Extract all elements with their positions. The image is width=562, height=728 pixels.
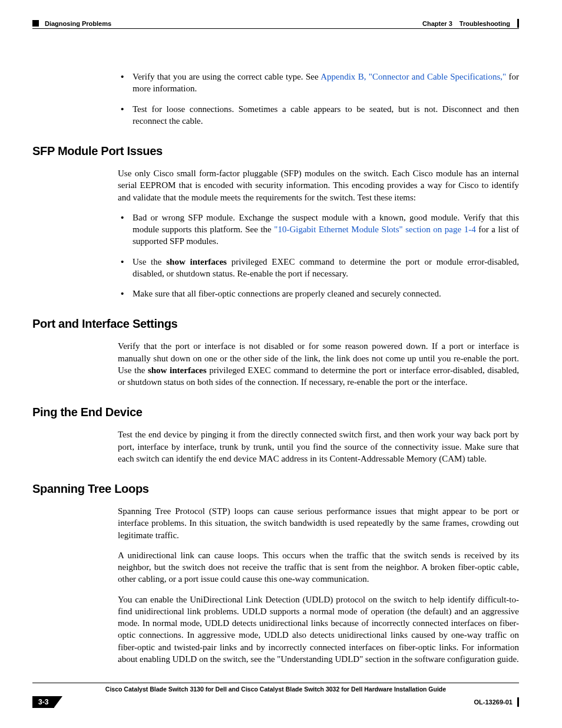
header-bar-icon bbox=[517, 19, 519, 28]
list-item: Bad or wrong SFP module. Exchange the su… bbox=[118, 212, 519, 248]
header-rule bbox=[32, 28, 519, 29]
footer-rule bbox=[32, 683, 519, 683]
paragraph: You can enable the UniDirectional Link D… bbox=[118, 594, 519, 666]
sfp-bullet-list: Bad or wrong SFP module. Exchange the su… bbox=[118, 212, 519, 300]
heading-port-settings: Port and Interface Settings bbox=[32, 317, 519, 331]
paragraph: A unidirectional link can cause loops. T… bbox=[118, 549, 519, 585]
bullet-text: Verify that you are using the correct ca… bbox=[133, 72, 320, 81]
footer-title: Cisco Catalyst Blade Switch 3130 for Del… bbox=[32, 686, 519, 693]
footer-bar-icon bbox=[517, 697, 519, 707]
paragraph: Spanning Tree Protocol (STP) loops can c… bbox=[118, 505, 519, 541]
bullet-text: Make sure that all fiber-optic connectio… bbox=[133, 289, 441, 298]
list-item: Verify that you are using the correct ca… bbox=[118, 71, 519, 95]
bullet-text: Test for loose connections. Sometimes a … bbox=[133, 104, 519, 126]
section-name: Diagnosing Problems bbox=[45, 20, 111, 27]
paragraph: Use only Cisco small form-factor pluggab… bbox=[118, 167, 519, 203]
list-item: Test for loose connections. Sometimes a … bbox=[118, 103, 519, 127]
header-square-icon bbox=[32, 20, 39, 27]
page-header: Diagnosing Problems Chapter 3 Troublesho… bbox=[32, 19, 519, 28]
page-number: 3-3 bbox=[32, 696, 54, 708]
chapter-label: Chapter 3 bbox=[422, 20, 452, 27]
intro-bullet-list: Verify that you are using the correct ca… bbox=[118, 71, 519, 127]
footer-info: 3-3 OL-13269-01 bbox=[32, 696, 519, 708]
list-item: Use the show interfaces privileged EXEC … bbox=[118, 256, 519, 280]
page-footer: Cisco Catalyst Blade Switch 3130 for Del… bbox=[32, 683, 519, 708]
list-item: Make sure that all fiber-optic connectio… bbox=[118, 288, 519, 299]
page-content: Verify that you are using the correct ca… bbox=[32, 59, 519, 673]
chapter-title: Troubleshooting bbox=[459, 20, 510, 27]
doc-number: OL-13269-01 bbox=[474, 699, 513, 706]
footer-right: OL-13269-01 bbox=[474, 697, 519, 707]
paragraph: Test the end device by pinging it from t… bbox=[118, 429, 519, 465]
bullet-text: Use the bbox=[133, 257, 166, 266]
heading-stp: Spanning Tree Loops bbox=[32, 482, 519, 496]
command-text: show interfaces bbox=[166, 257, 227, 266]
link-appendix-b[interactable]: Appendix B, "Connector and Cable Specifi… bbox=[320, 72, 506, 81]
header-right: Chapter 3 Troubleshooting bbox=[422, 19, 519, 28]
link-module-slots[interactable]: "10-Gigabit Ethernet Module Slots" secti… bbox=[274, 225, 475, 234]
header-left: Diagnosing Problems bbox=[32, 20, 111, 27]
command-text: show interfaces bbox=[148, 365, 207, 375]
heading-sfp: SFP Module Port Issues bbox=[32, 144, 519, 158]
paragraph: Verify that the port or interface is not… bbox=[118, 340, 519, 388]
heading-ping: Ping the End Device bbox=[32, 406, 519, 419]
